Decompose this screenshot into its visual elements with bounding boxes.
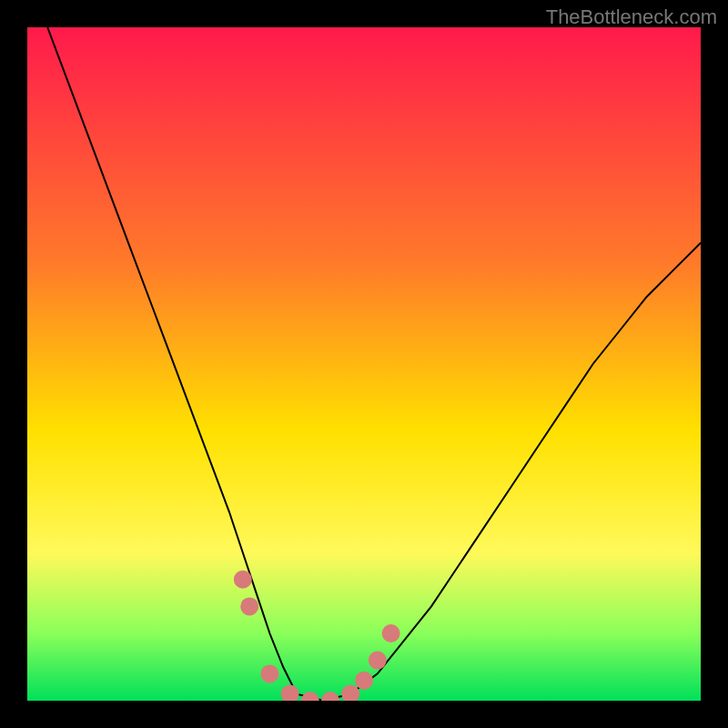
marker-dot <box>234 571 252 589</box>
marker-dot <box>355 672 373 690</box>
marker-dot <box>260 664 278 682</box>
marker-dot <box>240 597 258 615</box>
marker-dot <box>369 652 387 670</box>
marker-dot <box>382 624 400 642</box>
chart-area <box>27 27 701 701</box>
gradient-background <box>27 27 701 701</box>
watermark-text: TheBottleneck.com <box>546 5 717 29</box>
bottleneck-chart <box>27 27 701 701</box>
